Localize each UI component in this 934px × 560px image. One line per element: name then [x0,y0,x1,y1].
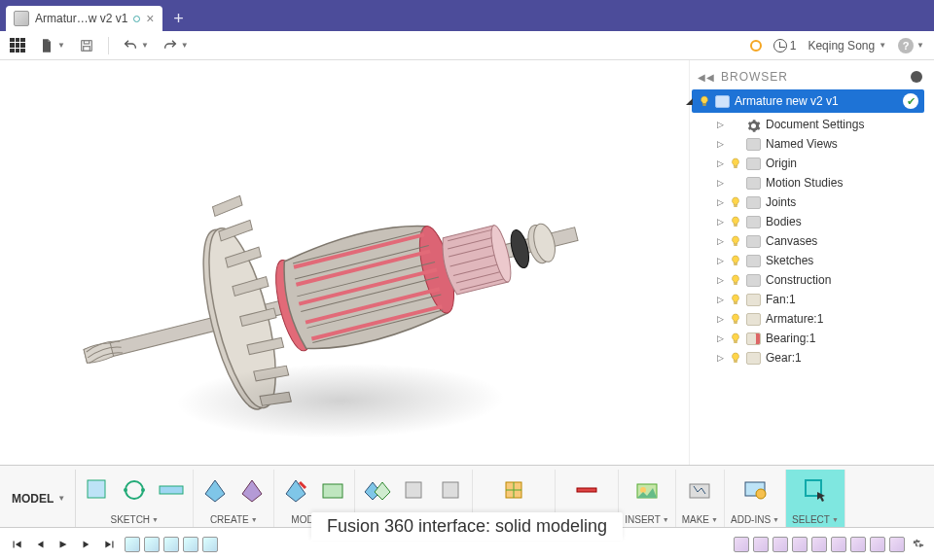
timeline-end-button[interactable] [101,536,119,553]
tree-node[interactable]: ▷Document Settings [690,115,930,134]
tool-icon[interactable] [317,474,348,506]
ribbon-group-add-ins[interactable]: ADD-INS ▼ [725,470,786,527]
tool-icon[interactable]: + [82,474,113,506]
content-area: ◀◀ BROWSER ◢ Armature new v2 v1 ✔ ▷Docum… [0,60,934,465]
tree-node-label: Bearing:1 [766,332,815,345]
tool-icon[interactable] [684,474,715,506]
ribbon-group-sketch[interactable]: +SKETCH ▼ [76,470,194,527]
tool-icon[interactable] [800,474,831,506]
collapse-icon[interactable]: ◀◀ [698,72,715,83]
record-icon[interactable] [750,40,762,52]
expand-icon[interactable]: ▷ [715,314,725,324]
expand-icon[interactable]: ▷ [715,120,725,129]
tree-node[interactable]: ▷Origin [690,154,930,173]
tree-node[interactable]: ▷Bearing:1 [690,329,930,348]
viewport-canvas[interactable] [0,60,689,465]
timeline-step-fwd-button[interactable] [78,536,95,553]
tool-icon[interactable] [435,474,466,506]
timeline-features-right[interactable] [734,537,905,552]
undo-button[interactable]: ▼ [123,38,149,53]
tree-node[interactable]: ▷Armature:1 [690,309,930,329]
expand-icon[interactable]: ▷ [715,139,725,149]
svg-rect-43 [323,484,342,498]
close-tab-icon[interactable]: × [146,12,154,25]
lightbulb-icon[interactable] [730,216,741,228]
expand-icon[interactable]: ▷ [715,275,725,285]
node-icon [746,196,761,209]
lightbulb-icon[interactable] [730,235,741,247]
ribbon-group-label: INSERT ▼ [625,514,668,525]
workspace-switcher[interactable]: MODEL ▼ [2,470,76,527]
data-panel-button[interactable] [10,38,25,53]
expand-icon[interactable]: ▷ [715,333,725,343]
timeline-features-left[interactable] [125,537,218,552]
tree-root[interactable]: ◢ Armature new v2 v1 ✔ [692,89,924,113]
workspace-label: MODEL [12,492,54,506]
redo-button[interactable]: ▼ [162,38,189,53]
lightbulb-icon[interactable] [699,95,710,107]
expand-icon[interactable]: ▷ [715,197,725,207]
file-menu-button[interactable]: ▼ [39,38,65,53]
lightbulb-icon[interactable] [730,255,741,266]
lightbulb-icon[interactable] [730,274,741,286]
tree-node[interactable]: ▷Construction [690,270,930,290]
tree-node[interactable]: ▷Named Views [690,134,930,154]
svg-rect-6 [212,195,242,216]
tree-node[interactable]: ▷Gear:1 [690,348,930,368]
node-icon [746,352,761,365]
expand-icon[interactable]: ▷ [715,256,725,265]
timeline-play-button[interactable] [54,536,72,553]
tool-icon[interactable] [199,474,231,506]
lightbulb-icon[interactable] [730,332,741,344]
tool-icon[interactable] [156,474,187,506]
lightbulb-icon[interactable] [730,352,741,364]
ribbon-group-insert[interactable]: INSERT ▼ [619,470,675,527]
job-status-button[interactable]: 1 [773,39,797,52]
tool-icon[interactable] [398,474,429,506]
user-menu-button[interactable]: Keqing Song ▼ [808,39,886,52]
tree-node[interactable]: ▷Motion Studies [690,173,930,192]
ribbon-group-make[interactable]: MAKE ▼ [676,470,725,527]
file-icon [39,38,54,53]
tool-icon[interactable] [236,474,268,506]
tool-icon[interactable] [361,474,392,506]
ribbon-group-create[interactable]: CREATE ▼ [194,470,274,527]
timeline-step-back-button[interactable] [31,536,49,553]
node-icon [746,216,761,228]
svg-rect-2 [84,46,90,51]
browser-header[interactable]: ◀◀ BROWSER [690,66,930,88]
help-menu-button[interactable]: ? ▼ [898,38,924,53]
lightbulb-icon[interactable] [730,313,741,325]
tool-icon[interactable] [498,474,529,506]
expand-icon[interactable]: ▷ [715,217,725,227]
browser-options-icon[interactable] [911,71,922,83]
tool-icon[interactable] [739,474,771,506]
grid-icon [10,38,25,53]
tree-node[interactable]: ▷Sketches [690,251,930,270]
tool-icon[interactable] [119,474,150,506]
expand-icon[interactable]: ▷ [715,295,725,304]
component-icon [715,95,730,108]
tree-node[interactable]: ▷Fan:1 [690,290,930,309]
lightbulb-icon[interactable] [730,196,741,208]
new-tab-button[interactable]: + [168,8,190,29]
lightbulb-icon[interactable] [730,294,741,305]
help-icon: ? [898,38,914,53]
save-button[interactable] [79,38,94,53]
lightbulb-icon[interactable] [730,158,741,169]
tree-node[interactable]: ▷Canvases [690,231,930,251]
tree-node[interactable]: ▷Joints [690,192,930,212]
expand-icon[interactable]: ▷ [715,353,725,363]
ribbon-group-select[interactable]: SELECT ▼ [786,470,845,527]
expand-icon[interactable]: ▷ [715,236,725,246]
expand-icon[interactable]: ▷ [715,178,725,188]
tree-node[interactable]: ▷Bodies [690,212,930,231]
svg-point-41 [141,488,145,492]
document-tab[interactable]: Armatur…w v2 v1 × [6,6,162,31]
tool-icon[interactable] [631,474,663,506]
timeline-settings-button[interactable] [909,536,926,553]
tool-icon[interactable] [571,474,602,506]
timeline-start-button[interactable] [8,536,25,553]
tool-icon[interactable] [280,474,311,506]
expand-icon[interactable]: ▷ [715,158,725,168]
